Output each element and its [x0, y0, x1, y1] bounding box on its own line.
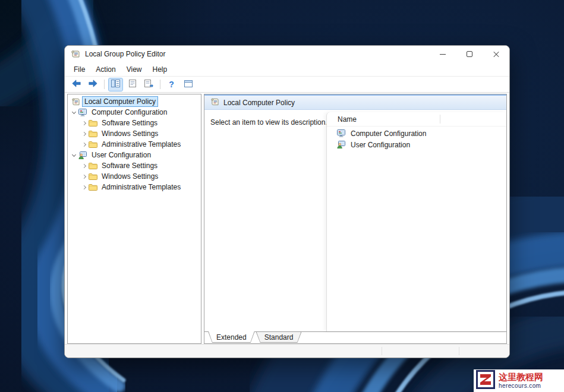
- new-window-icon: [184, 80, 193, 89]
- back-icon: [72, 80, 81, 89]
- tree-item-windows-settings-computer[interactable]: Windows Settings: [68, 128, 201, 139]
- help-icon: ?: [169, 80, 174, 88]
- close-button[interactable]: [483, 46, 509, 62]
- chevron-down-icon: [72, 152, 76, 156]
- tree-item-administrative-templates-computer[interactable]: Administrative Templates: [68, 139, 201, 150]
- chevron-right-icon: [82, 121, 86, 125]
- menu-view[interactable]: View: [121, 64, 147, 75]
- tree-item-user-configuration[interactable]: User Configuration: [68, 150, 201, 160]
- chevron-right-icon: [82, 185, 86, 189]
- back-button[interactable]: [70, 78, 83, 91]
- console-tree-icon: [111, 80, 120, 89]
- expand-toggle[interactable]: [70, 154, 78, 156]
- tree-item-software-settings-computer[interactable]: Software Settings: [68, 118, 201, 128]
- tree-item-local-computer-policy[interactable]: Local Computer Policy: [68, 96, 201, 107]
- computer-configuration-icon: [78, 109, 87, 116]
- tree-item-label: Software Settings: [99, 160, 160, 171]
- export-list-button[interactable]: [142, 78, 156, 91]
- properties-button[interactable]: [125, 78, 139, 91]
- watermark-badge: 这里教程网 herecours.com: [474, 369, 564, 392]
- watermark-title: 这里教程网: [499, 372, 543, 382]
- export-list-icon: [144, 80, 153, 89]
- expand-toggle[interactable]: [80, 132, 88, 135]
- item-description-text: Select an item to view its description.: [210, 118, 327, 127]
- local-computer-policy-icon: [71, 98, 80, 106]
- menu-file[interactable]: File: [68, 64, 90, 75]
- expand-toggle[interactable]: [80, 165, 88, 167]
- results-pane-header: Local Computer Policy: [204, 94, 506, 110]
- folder-icon: [88, 130, 97, 137]
- column-divider[interactable]: [440, 115, 440, 124]
- tree-item-software-settings-user[interactable]: Software Settings: [68, 160, 201, 171]
- maximize-button[interactable]: [456, 46, 483, 62]
- menu-action[interactable]: Action: [90, 64, 121, 75]
- console-tree-pane: Local Computer Policy Computer Configura…: [67, 94, 201, 344]
- folder-icon: [88, 173, 97, 180]
- tab-extended[interactable]: Extended: [208, 331, 255, 343]
- gpedit-window: Local Group Policy Editor File Action Vi…: [64, 45, 510, 358]
- folder-icon: [88, 141, 97, 148]
- tree-item-label: Computer Configuration: [89, 107, 169, 118]
- view-tab-strip: Extended Standard: [204, 331, 506, 343]
- local-computer-policy-icon: [210, 98, 219, 108]
- help-button[interactable]: ?: [165, 78, 178, 91]
- results-body: Select an item to view its description. …: [204, 110, 506, 331]
- user-configuration-icon: [336, 141, 346, 148]
- folder-icon: [88, 162, 97, 169]
- toolbar-separator: [104, 80, 105, 89]
- tree-item-label: Administrative Templates: [99, 182, 183, 192]
- minimize-button[interactable]: [429, 46, 456, 62]
- list-item-label: Computer Configuration: [351, 129, 426, 138]
- list-column-header-row: Name: [327, 112, 506, 127]
- results-header-title: Local Computer Policy: [223, 99, 295, 107]
- results-pane: Local Computer Policy Select an item to …: [204, 94, 507, 344]
- close-icon: [493, 51, 499, 57]
- list-item-user-configuration[interactable]: User Configuration: [327, 139, 506, 150]
- watermark-domain: herecours.com: [499, 382, 543, 389]
- column-header-name[interactable]: Name: [338, 115, 357, 124]
- show-console-tree-button[interactable]: [109, 78, 122, 91]
- window-title: Local Group Policy Editor: [85, 50, 165, 58]
- new-window-button[interactable]: [181, 78, 195, 91]
- window-controls: [429, 46, 509, 62]
- chevron-right-icon: [82, 142, 86, 146]
- status-bar-divider: [459, 347, 459, 355]
- tree-item-computer-configuration[interactable]: Computer Configuration: [68, 107, 201, 118]
- expand-toggle[interactable]: [80, 143, 88, 146]
- properties-icon: [129, 80, 136, 89]
- tree-item-label: Windows Settings: [99, 171, 160, 182]
- gpedit-app-icon: [71, 49, 80, 59]
- status-bar-divider: [382, 347, 382, 355]
- tab-label: Standard: [264, 333, 294, 342]
- chevron-right-icon: [82, 131, 86, 135]
- tree-item-label: User Configuration: [89, 150, 153, 160]
- forward-button[interactable]: [86, 78, 100, 91]
- status-bar: [65, 344, 509, 358]
- tree-item-windows-settings-user[interactable]: Windows Settings: [68, 171, 201, 182]
- user-configuration-icon: [78, 151, 87, 159]
- folder-icon: [88, 184, 97, 191]
- list-item-computer-configuration[interactable]: Computer Configuration: [327, 128, 506, 139]
- tab-standard[interactable]: Standard: [256, 332, 302, 343]
- tree-item-administrative-templates-user[interactable]: Administrative Templates: [68, 182, 201, 192]
- tree-item-label: Administrative Templates: [99, 139, 183, 150]
- toolbar: ?: [65, 77, 509, 93]
- minimize-icon: [440, 54, 446, 55]
- computer-configuration-icon: [336, 129, 346, 137]
- folder-icon: [88, 119, 97, 127]
- chevron-right-icon: [82, 174, 86, 178]
- chevron-right-icon: [82, 163, 86, 167]
- watermark-text: 这里教程网 herecours.com: [499, 372, 543, 389]
- chevron-down-icon: [72, 109, 76, 113]
- toolbar-separator: [160, 80, 160, 89]
- maximize-icon: [467, 51, 472, 57]
- menu-help[interactable]: Help: [147, 64, 173, 75]
- watermark-logo-icon: [476, 370, 495, 391]
- expand-toggle[interactable]: [80, 175, 88, 178]
- titlebar[interactable]: Local Group Policy Editor: [65, 46, 509, 62]
- item-list: Name Computer Configuration: [326, 112, 506, 331]
- expand-toggle[interactable]: [70, 112, 78, 113]
- expand-toggle[interactable]: [80, 186, 88, 189]
- expand-toggle[interactable]: [80, 122, 88, 125]
- list-item-label: User Configuration: [351, 141, 410, 149]
